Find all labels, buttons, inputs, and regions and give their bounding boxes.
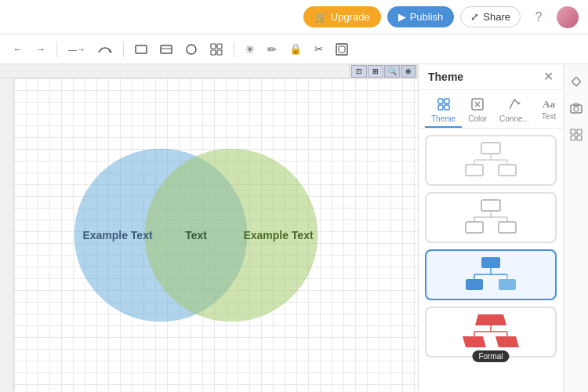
share-label: Share [483,11,510,23]
svg-rect-17 [445,99,449,103]
zoom-fit-button[interactable]: ⊡ [351,65,367,78]
frame-button[interactable] [331,40,353,59]
theme-card-3[interactable] [425,249,557,300]
frame-icon [336,43,348,56]
tab-color[interactable]: Color [462,95,493,128]
svg-marker-50 [495,336,519,347]
cart-icon: 🛒 [314,11,327,23]
theme-card-2[interactable] [425,192,557,243]
help-icon: ? [535,10,543,24]
zoom-icon-1[interactable]: 🔍 [384,65,400,78]
scissors-icon: ✂ [314,43,323,55]
svg-rect-16 [438,99,443,103]
theme-card-1[interactable] [425,135,557,186]
svg-rect-7 [211,50,216,55]
tab-theme[interactable]: Theme [425,95,462,128]
svg-rect-41 [466,279,483,290]
canvas-container[interactable]: 10 20 30 40 50 60 70 80 90 100 110 120 [0,64,418,392]
canvas-grid[interactable]: Example Text Text Example Text [14,78,418,392]
svg-rect-62 [571,136,575,140]
grid-tool-button[interactable] [205,40,227,59]
svg-rect-60 [571,129,575,134]
svg-rect-8 [217,50,222,55]
text-tab-icon: Aa [543,98,555,111]
svg-rect-18 [438,105,443,110]
curve-icon [98,45,112,54]
tab-theme-label: Theme [431,114,456,123]
svg-text:Example Text: Example Text [243,229,314,241]
svg-rect-25 [466,165,483,176]
lock-button[interactable]: 🔒 [285,40,307,58]
grid-icon [210,43,223,56]
pen-button[interactable]: ✏ [263,40,281,59]
panel-close-button[interactable]: ✕ [543,71,554,83]
panel-header: Theme ✕ [419,64,563,90]
svg-rect-5 [211,44,216,49]
redo-button[interactable]: → [31,40,50,58]
theme-card-4[interactable]: Formal [425,307,557,358]
sep3 [234,42,234,57]
venn-diagram: Example Text Text Example Text [47,137,345,333]
panel-title: Theme [428,71,463,83]
tab-text-label: Text [542,112,556,121]
apps-icon [570,129,583,141]
panel-content: Formal [419,129,563,392]
diamond-icon [570,75,583,88]
svg-point-58 [574,107,579,111]
undo-button[interactable]: ← [8,40,27,58]
svg-rect-6 [217,44,222,49]
publish-button[interactable]: ▶ Publish [387,6,455,27]
formal-label: Formal [472,350,509,362]
sep1 [56,42,57,57]
connector-tab-icon [508,98,521,113]
svg-point-4 [187,45,196,54]
upgrade-label: Upgrade [331,11,370,23]
rect2-tool-button[interactable] [155,40,177,59]
ruler-top: 10 20 30 40 50 60 70 80 90 100 110 120 [0,64,418,78]
publish-label: Publish [410,11,444,23]
svg-rect-24 [481,143,500,154]
rect-tool-button[interactable] [130,40,152,59]
share-button[interactable]: ⤢ Share [460,6,521,27]
view-toggle-button[interactable]: ⊞ [368,65,383,78]
theme-panel: Theme ✕ Theme Color Conne... [418,64,563,392]
svg-marker-48 [475,314,506,325]
svg-rect-9 [336,44,347,55]
svg-rect-33 [466,222,483,233]
far-right-btn-1[interactable] [567,72,586,91]
svg-rect-40 [481,257,500,268]
main-area: 10 20 30 40 50 60 70 80 90 100 110 120 [0,64,588,392]
pen-icon: ✏ [267,43,277,56]
svg-rect-32 [481,200,500,211]
undo-icon: ← [13,43,23,55]
upgrade-button[interactable]: 🛒 Upgrade [303,6,381,27]
svg-rect-56 [572,77,580,85]
far-right-btn-3[interactable] [567,125,586,144]
svg-rect-26 [499,165,516,176]
arrow-tool-button[interactable]: —→ [64,42,90,57]
far-right-btn-2[interactable] [567,99,586,118]
svg-rect-1 [136,45,147,53]
toolbar: ← → —→ ✳ ✏ 🔒 ✂ [0,34,588,64]
tab-connector[interactable]: Conne... [493,95,535,128]
svg-rect-2 [161,45,172,53]
avatar[interactable] [557,6,579,28]
theme-tab-icon [437,98,450,113]
custom-shape-button[interactable] [180,40,202,59]
zoom-icon-2[interactable]: ⊕ [401,65,416,78]
pointer-button[interactable]: ✳ [241,40,260,59]
tab-text[interactable]: Aa Text [535,95,562,128]
help-button[interactable]: ? [527,5,550,29]
svg-rect-42 [499,279,516,290]
svg-rect-61 [577,129,582,134]
redo-icon: → [35,43,45,55]
svg-marker-49 [463,336,486,347]
svg-rect-34 [499,222,516,233]
panel-tabs: Theme Color Conne... Aa Text [419,90,563,129]
svg-text:Text: Text [185,229,207,241]
topbar: 🛒 Upgrade ▶ Publish ⤢ Share ? [0,0,588,34]
color-tab-icon [471,98,484,113]
curve-tool-button[interactable] [93,42,117,57]
scissors-button[interactable]: ✂ [310,40,328,58]
rect-icon [135,43,147,56]
